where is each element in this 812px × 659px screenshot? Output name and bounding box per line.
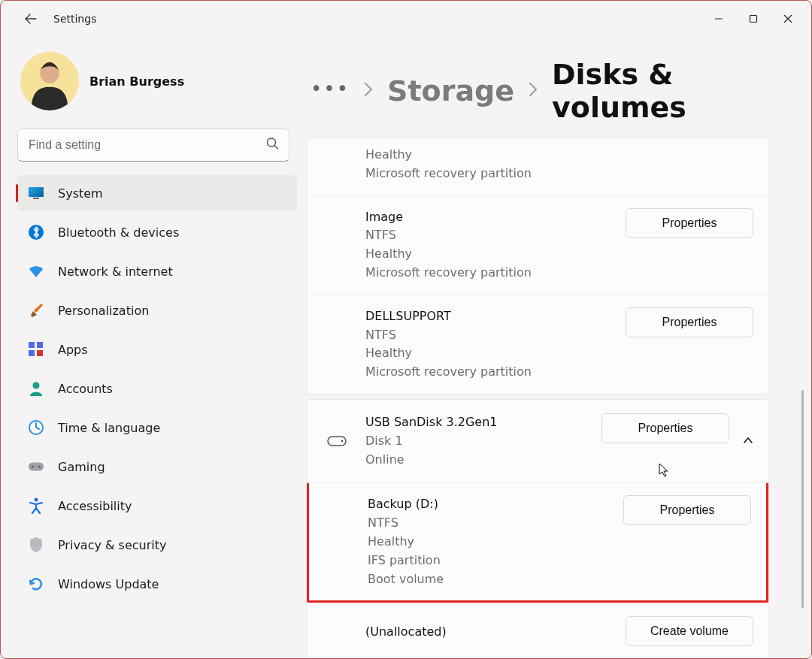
sidebar-item-gaming[interactable]: Gaming — [17, 449, 297, 485]
sidebar-item-label: System — [58, 186, 103, 201]
svg-rect-5 — [29, 187, 44, 197]
volume-row-partial: Healthy Microsoft recovery partition — [307, 138, 768, 195]
volume-name: Backup (D:) — [368, 495, 623, 514]
breadcrumb-more-button[interactable]: ••• — [311, 77, 350, 104]
sidebar-item-apps[interactable]: Apps — [17, 331, 297, 367]
svg-rect-0 — [750, 16, 757, 23]
svg-rect-9 — [37, 342, 43, 348]
create-volume-button[interactable]: Create volume — [626, 616, 753, 646]
maximize-icon — [749, 14, 758, 23]
volume-fs: NTFS — [368, 514, 623, 533]
sidebar-item-privacy[interactable]: Privacy & security — [17, 527, 297, 563]
svg-point-12 — [33, 382, 40, 389]
svg-rect-14 — [29, 463, 44, 471]
bluetooth-icon — [28, 224, 44, 240]
sidebar-item-label: Personalization — [58, 304, 149, 318]
brush-icon — [28, 302, 44, 319]
sidebar-item-label: Accounts — [58, 382, 113, 396]
volume-type-desc: Microsoft recovery partition — [365, 264, 626, 283]
volume-status: Healthy — [365, 146, 753, 165]
close-icon — [783, 14, 792, 23]
app-title: Settings — [53, 13, 96, 25]
close-button[interactable] — [771, 7, 805, 31]
properties-button[interactable]: Properties — [626, 208, 753, 238]
chevron-up-icon — [743, 435, 753, 446]
sidebar-item-system[interactable]: System — [17, 175, 297, 211]
back-arrow-icon — [25, 13, 37, 25]
svg-rect-11 — [37, 350, 43, 356]
sidebar-item-label: Accessibility — [58, 499, 132, 513]
person-icon — [28, 380, 44, 397]
svg-point-17 — [35, 498, 38, 502]
volume-type-desc: IFS partition — [368, 552, 623, 570]
svg-rect-8 — [29, 342, 35, 348]
volume-type-desc: Microsoft recovery partition — [365, 165, 753, 183]
disk-id: Disk 1 — [365, 432, 588, 451]
update-icon — [28, 576, 44, 592]
sidebar-item-windows-update[interactable]: Windows Update — [17, 566, 297, 602]
back-button[interactable] — [17, 5, 44, 32]
volume-row-image: Image NTFS Healthy Microsoft recovery pa… — [307, 195, 768, 295]
volume-row-unallocated: (Unallocated) Create volume — [307, 603, 768, 658]
sidebar-item-network[interactable]: Network & internet — [17, 253, 297, 289]
disk1-header[interactable]: USB SanDisk 3.2Gen1 Disk 1 Online Proper… — [307, 400, 768, 482]
search-input[interactable] — [17, 128, 289, 162]
avatar — [20, 52, 79, 110]
volume-extra: Boot volume — [368, 570, 623, 589]
sidebar-item-label: Privacy & security — [58, 538, 166, 552]
accessibility-icon — [28, 497, 44, 514]
volume-name: DELLSUPPORT — [365, 307, 626, 326]
volume-row-backup-highlighted: Backup (D:) NTFS Healthy IFS partition B… — [307, 482, 768, 603]
disk-icon — [322, 436, 352, 446]
volume-name: Image — [365, 208, 626, 227]
minimize-icon — [714, 14, 723, 23]
maximize-button[interactable] — [736, 7, 771, 31]
svg-point-15 — [32, 466, 34, 468]
clock-globe-icon — [28, 419, 44, 436]
sidebar-item-label: Apps — [58, 343, 88, 357]
volume-row-dellsupport: DELLSUPPORT NTFS Healthy Microsoft recov… — [307, 295, 768, 394]
system-icon — [28, 185, 44, 201]
properties-button[interactable]: Properties — [626, 307, 753, 337]
profile-block[interactable]: Brian Burgess — [17, 52, 289, 110]
collapse-toggle[interactable] — [743, 434, 753, 449]
svg-point-16 — [38, 466, 41, 468]
gamepad-icon — [28, 458, 44, 475]
sidebar-item-label: Windows Update — [58, 577, 159, 591]
volume-status: Healthy — [365, 245, 626, 264]
chevron-right-icon — [528, 80, 538, 102]
profile-name: Brian Burgess — [89, 74, 184, 89]
disk-state: Online — [365, 451, 588, 470]
sidebar-item-personalization[interactable]: Personalization — [17, 292, 297, 328]
properties-button[interactable]: Properties — [623, 495, 751, 525]
wifi-icon — [28, 263, 44, 280]
apps-icon — [28, 341, 44, 358]
svg-point-19 — [341, 440, 344, 443]
sidebar-item-label: Gaming — [58, 460, 105, 474]
svg-rect-6 — [33, 198, 39, 199]
sidebar-item-label: Bluetooth & devices — [58, 225, 179, 240]
volume-status: Healthy — [365, 344, 626, 363]
disk0-volumes-panel: Healthy Microsoft recovery partition Ima… — [306, 138, 769, 394]
sidebar-item-accounts[interactable]: Accounts — [17, 370, 297, 407]
minimize-button[interactable] — [701, 7, 736, 31]
search-field[interactable] — [17, 128, 289, 162]
volume-fs: NTFS — [365, 326, 626, 345]
sidebar-item-bluetooth[interactable]: Bluetooth & devices — [17, 214, 297, 250]
disk1-panel: USB SanDisk 3.2Gen1 Disk 1 Online Proper… — [306, 399, 769, 658]
shield-icon — [28, 537, 44, 553]
sidebar-item-label: Network & internet — [58, 265, 173, 279]
scrollbar-thumb[interactable] — [801, 390, 804, 608]
sidebar-item-label: Time & language — [58, 421, 160, 435]
unallocated-label: (Unallocated) — [365, 624, 626, 639]
page-title: Disks & volumes — [552, 58, 786, 124]
volume-status: Healthy — [368, 533, 623, 552]
sidebar-item-accessibility[interactable]: Accessibility — [17, 488, 297, 524]
breadcrumb: ••• Storage Disks & volumes — [306, 58, 786, 124]
search-icon — [266, 138, 279, 153]
sidebar-item-time-language[interactable]: Time & language — [17, 410, 297, 446]
chevron-right-icon — [363, 80, 374, 102]
disk-properties-button[interactable]: Properties — [601, 413, 729, 443]
volume-type-desc: Microsoft recovery partition — [365, 363, 626, 382]
breadcrumb-parent[interactable]: Storage — [387, 74, 514, 107]
